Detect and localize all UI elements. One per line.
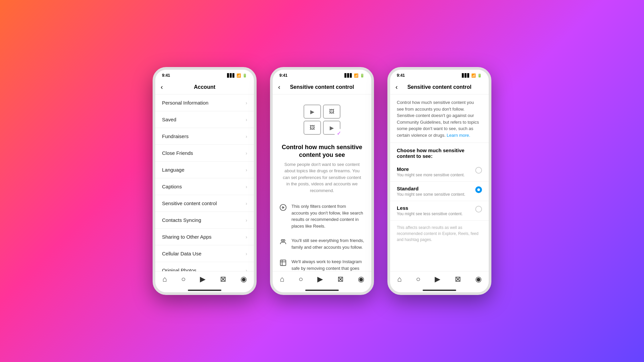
status-bar-1: 9:41 ▋▋▋ 📶 🔋 xyxy=(155,70,254,80)
filter-icon xyxy=(279,204,287,214)
page-title-2: Sensitive content control xyxy=(288,84,356,90)
home-indicator-2 xyxy=(273,286,371,292)
info-text-2: You'll still see everything from friends… xyxy=(291,237,365,250)
reels-nav-icon-2[interactable]: ▶ xyxy=(317,275,323,284)
home-bar-3 xyxy=(423,290,456,291)
menu-item-personal-info[interactable]: Personal Information › xyxy=(155,95,254,111)
sensitive-icon-area: ▶ 🖼 🖼 ▶ ✓ xyxy=(273,95,371,138)
phone-account: 9:41 ▋▋▋ 📶 🔋 ‹ Account Personal Informat… xyxy=(153,67,257,295)
back-button-1[interactable]: ‹ xyxy=(161,83,171,91)
wifi-icon-2: 📶 xyxy=(354,73,359,78)
status-icons-2: ▋▋▋ 📶 🔋 xyxy=(344,73,365,78)
back-button-3[interactable]: ‹ xyxy=(395,83,406,91)
home-nav-icon-1[interactable]: ⌂ xyxy=(162,275,167,284)
grid-cell-video-1: ▶ xyxy=(304,105,321,119)
menu-item-saved[interactable]: Saved › xyxy=(155,111,254,128)
menu-label-cellular: Cellular Data Use xyxy=(162,251,202,256)
sensitive-icon-grid: ▶ 🖼 🖼 ▶ ✓ xyxy=(304,105,340,135)
profile-nav-icon-3[interactable]: ◉ xyxy=(475,275,482,284)
option-standard[interactable]: Standard You might see some sensitive co… xyxy=(390,182,489,201)
status-bar-3: 9:41 ▋▋▋ 📶 🔋 xyxy=(390,70,489,80)
battery-icon-2: 🔋 xyxy=(360,73,365,78)
menu-label-sensitive: Sensitive content control xyxy=(162,200,217,206)
back-button-2[interactable]: ‹ xyxy=(278,83,288,91)
shield-check-icon: ✓ xyxy=(334,129,343,137)
info-row-3: We'll always work to keep Instagram safe… xyxy=(273,254,371,271)
page-title-3: Sensitive content control xyxy=(406,84,473,90)
chevron-icon-11: › xyxy=(246,268,247,272)
option-less-text: Less You might see less sensitive conten… xyxy=(397,205,463,216)
menu-label-fundraisers: Fundraisers xyxy=(162,133,189,139)
shop-nav-icon-1[interactable]: ⊠ xyxy=(220,275,226,284)
signal-icon-3: ▋▋▋ xyxy=(462,73,470,78)
search-nav-icon-1[interactable]: ○ xyxy=(181,275,185,284)
page-title-1: Account xyxy=(171,84,238,90)
radio-standard[interactable] xyxy=(475,186,482,193)
menu-item-sensitive[interactable]: Sensitive content control › xyxy=(155,195,254,212)
menu-label-photos: Original Photos xyxy=(162,267,197,271)
option-more-label: More xyxy=(397,166,465,172)
menu-item-photos[interactable]: Original Photos › xyxy=(155,262,254,271)
chevron-icon-7: › xyxy=(246,201,247,206)
nav-bar-1: ‹ Account xyxy=(155,80,254,95)
option-more-text: More You might see more sensitive conten… xyxy=(397,166,465,177)
search-nav-icon-3[interactable]: ○ xyxy=(416,275,420,284)
menu-label-personal-info: Personal Information xyxy=(162,100,208,106)
search-nav-icon-2[interactable]: ○ xyxy=(299,275,303,284)
reels-nav-icon-3[interactable]: ▶ xyxy=(435,275,440,284)
info-text-1: This only filters content from accounts … xyxy=(291,203,365,229)
account-menu-content: Personal Information › Saved › Fundraise… xyxy=(155,95,254,271)
option-more-sublabel: You might see more sensitive content. xyxy=(397,173,465,177)
menu-item-contacts[interactable]: Contacts Syncing › xyxy=(155,212,254,229)
chevron-icon-3: › xyxy=(246,134,247,139)
menu-item-fundraisers[interactable]: Fundraisers › xyxy=(155,128,254,145)
chevron-icon-8: › xyxy=(246,218,247,223)
option-more[interactable]: More You might see more sensitive conten… xyxy=(390,162,489,182)
menu-label-saved: Saved xyxy=(162,117,176,122)
chevron-icon-6: › xyxy=(246,184,247,189)
menu-item-cellular[interactable]: Cellular Data Use › xyxy=(155,245,254,262)
info-text-3: We'll always work to keep Instagram safe… xyxy=(291,258,365,271)
nav-bar-2: ‹ Sensitive content control xyxy=(273,80,371,95)
chevron-icon-10: › xyxy=(246,251,247,256)
chevron-icon-2: › xyxy=(246,117,247,122)
radio-less[interactable] xyxy=(475,206,482,213)
settings-description: Control how much sensitive content you s… xyxy=(390,95,489,143)
status-icons-1: ▋▋▋ 📶 🔋 xyxy=(227,73,247,78)
account-menu-list: Personal Information › Saved › Fundraise… xyxy=(155,95,254,271)
shop-nav-icon-2[interactable]: ⊠ xyxy=(337,275,343,284)
home-nav-icon-3[interactable]: ⌂ xyxy=(397,275,401,284)
grid-cell-image-2: 🖼 xyxy=(304,121,321,135)
home-nav-icon-2[interactable]: ⌂ xyxy=(280,275,284,284)
bottom-nav-3: ⌂ ○ ▶ ⊠ ◉ xyxy=(390,271,489,286)
settings-learn-more-link[interactable]: Learn more. xyxy=(447,133,470,138)
menu-label-language: Language xyxy=(162,167,184,173)
option-less-label: Less xyxy=(397,205,463,211)
battery-icon: 🔋 xyxy=(243,73,247,78)
chevron-icon-4: › xyxy=(246,150,247,156)
menu-item-language[interactable]: Language › xyxy=(155,162,254,178)
profile-nav-icon-1[interactable]: ◉ xyxy=(240,275,247,284)
shield-safe-icon xyxy=(279,259,287,269)
shield-icon: ✓ xyxy=(337,130,341,136)
home-indicator-1 xyxy=(155,286,254,292)
settings-footer-note: This affects search results as well as r… xyxy=(390,221,489,247)
radio-more[interactable] xyxy=(475,167,482,174)
status-icons-3: ▋▋▋ 📶 🔋 xyxy=(462,73,482,78)
option-standard-text: Standard You might see some sensitive co… xyxy=(397,186,465,197)
menu-label-contacts: Contacts Syncing xyxy=(162,217,201,223)
shop-nav-icon-3[interactable]: ⊠ xyxy=(455,275,461,284)
reels-nav-icon-1[interactable]: ▶ xyxy=(200,275,206,284)
profile-nav-icon-2[interactable]: ◉ xyxy=(358,275,364,284)
option-less[interactable]: Less You might see less sensitive conten… xyxy=(390,201,489,221)
option-standard-label: Standard xyxy=(397,186,465,191)
menu-item-captions[interactable]: Captions › xyxy=(155,178,254,195)
option-standard-sublabel: You might see some sensitive content. xyxy=(397,192,465,197)
menu-item-close-friends[interactable]: Close Friends › xyxy=(155,145,254,162)
menu-item-sharing[interactable]: Sharing to Other Apps › xyxy=(155,229,254,245)
battery-icon-3: 🔋 xyxy=(477,73,482,78)
svg-rect-3 xyxy=(280,260,286,266)
sensitive-heading: Control how much sensitive content you s… xyxy=(273,138,371,161)
wifi-icon-3: 📶 xyxy=(471,73,476,78)
sensitive-intro-content: ▶ 🖼 🖼 ▶ ✓ Control how much sensitive con… xyxy=(273,95,371,271)
